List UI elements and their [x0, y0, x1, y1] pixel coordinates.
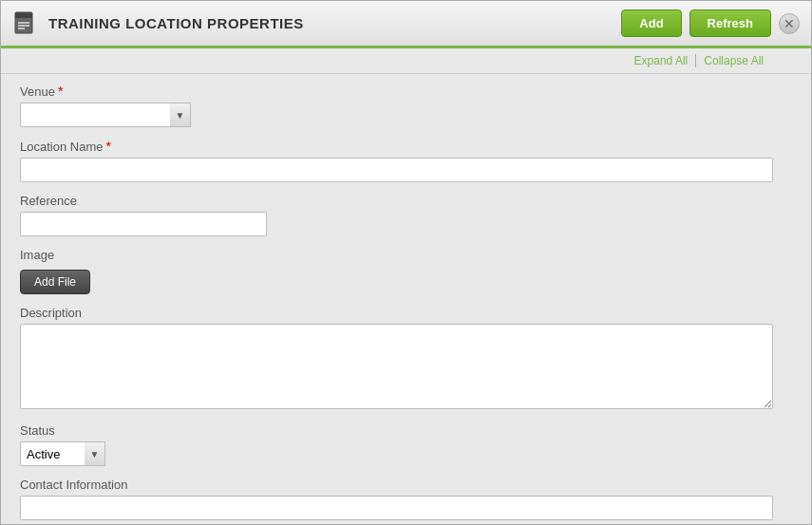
page-title: TRAINING LOCATION PROPERTIES [48, 15, 304, 31]
reference-label: Reference [20, 194, 773, 208]
location-name-label: Location Name * [20, 139, 773, 154]
image-label: Image [20, 248, 773, 262]
description-section: Description [20, 306, 773, 412]
svg-rect-1 [15, 12, 32, 18]
title-buttons: Add Refresh ✕ [621, 9, 800, 37]
venue-required-star: * [58, 84, 63, 99]
toolbar-divider [695, 54, 696, 67]
venue-select-wrapper: ▼ [20, 103, 191, 127]
description-label: Description [20, 306, 773, 320]
venue-label: Venue * [20, 84, 773, 99]
refresh-button[interactable]: Refresh [689, 9, 771, 37]
reference-input[interactable] [20, 212, 267, 236]
title-bar: TRAINING LOCATION PROPERTIES Add Refresh… [1, 1, 811, 48]
reference-section: Reference [20, 194, 773, 236]
contact-input[interactable] [20, 496, 773, 520]
document-icon [12, 10, 39, 37]
description-textarea[interactable] [20, 324, 773, 409]
status-select-wrapper: Active Inactive ▼ [20, 441, 105, 466]
status-label: Status [20, 423, 773, 438]
image-section: Image Add File [20, 248, 773, 294]
status-section: Status Active Inactive ▼ [20, 423, 773, 466]
form-content: Venue * ▼ Location Name * Reference [1, 74, 811, 524]
status-select[interactable]: Active Inactive [20, 441, 105, 466]
collapse-all-link[interactable]: Collapse All [704, 54, 764, 67]
title-left: TRAINING LOCATION PROPERTIES [12, 10, 304, 37]
location-name-section: Location Name * [20, 139, 773, 182]
add-button[interactable]: Add [621, 9, 681, 37]
expand-all-link[interactable]: Expand All [634, 54, 689, 67]
contact-label: Contact Information [20, 478, 773, 492]
close-icon: ✕ [784, 16, 795, 31]
location-name-input[interactable] [20, 158, 773, 182]
expand-collapse-toolbar: Expand All Collapse All [1, 48, 811, 74]
venue-section: Venue * ▼ [20, 84, 773, 127]
venue-select[interactable] [20, 103, 191, 127]
location-required-star: * [105, 139, 110, 154]
main-window: TRAINING LOCATION PROPERTIES Add Refresh… [0, 0, 812, 525]
close-button[interactable]: ✕ [779, 13, 800, 34]
add-file-button[interactable]: Add File [20, 270, 90, 294]
contact-section: Contact Information [20, 478, 773, 520]
